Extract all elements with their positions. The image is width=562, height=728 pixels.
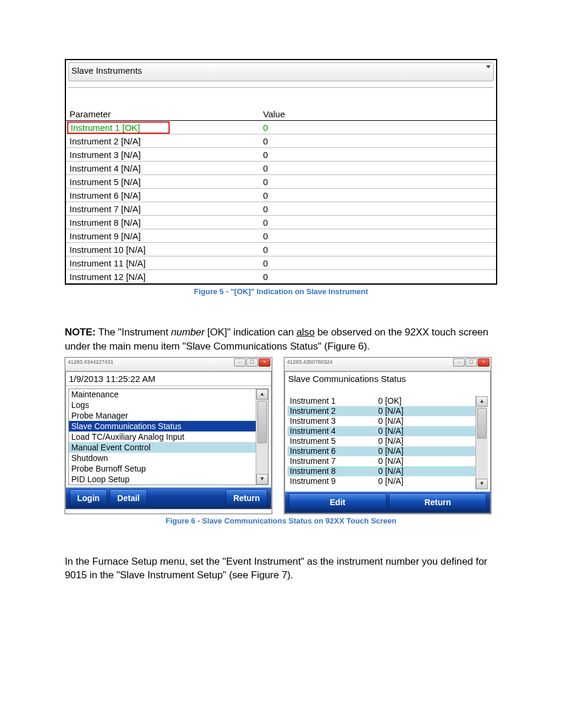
scroll-up-icon[interactable]: ▲ bbox=[256, 389, 268, 400]
edit-button[interactable]: Edit bbox=[289, 493, 386, 511]
login-button[interactable]: Login bbox=[70, 489, 107, 507]
scroll-down-icon[interactable]: ▼ bbox=[256, 474, 268, 485]
col-parameter: Parameter bbox=[66, 108, 260, 121]
table-row[interactable]: Instrument 8 [N/A]0 bbox=[66, 216, 496, 229]
table-row[interactable]: Instrument 5 [N/A]0 bbox=[66, 175, 496, 189]
figure5-panel: Slave Instruments Parameter Value Instru… bbox=[65, 59, 497, 285]
close-icon[interactable]: × bbox=[478, 358, 490, 367]
table-row[interactable]: Instrument 2 [N/A]0 bbox=[66, 134, 496, 148]
table-row[interactable]: Instrument 9 [N/A]0 bbox=[66, 229, 496, 243]
figure5-caption: Figure 5 - "[OK]" Indication on Slave In… bbox=[65, 287, 497, 296]
menu-item[interactable]: Probe Manager bbox=[69, 410, 256, 421]
list-item[interactable]: Instrument 50 [N/A] bbox=[287, 436, 476, 446]
window-titlebar[interactable]: 41283.4350780324 – ▢ × bbox=[285, 358, 491, 371]
detail-button[interactable]: Detail bbox=[110, 489, 147, 507]
table-row[interactable]: Instrument 3 [N/A]0 bbox=[66, 148, 496, 162]
col-value: Value bbox=[260, 108, 497, 121]
return-button[interactable]: Return bbox=[226, 489, 267, 507]
touchscreen-menu-window: 41283.4344227431 – ▢ × 1/9/2013 11:25:22… bbox=[65, 357, 272, 514]
chevron-down-icon bbox=[486, 65, 491, 68]
scroll-up-icon[interactable]: ▲ bbox=[476, 396, 488, 407]
menu-item[interactable]: PID Loop Setup bbox=[69, 474, 256, 485]
menu-item[interactable]: Slave Communications Status bbox=[69, 421, 256, 431]
return-button[interactable]: Return bbox=[389, 493, 487, 511]
list-item[interactable]: Instrument 60 [N/A] bbox=[287, 446, 476, 456]
table-row[interactable]: Instrument 1 [OK]0 bbox=[66, 121, 496, 134]
table-row[interactable]: Instrument 4 [N/A]0 bbox=[66, 162, 496, 175]
list-item[interactable]: Instrument 10 [OK] bbox=[287, 396, 476, 406]
spacer bbox=[68, 87, 494, 108]
list-item[interactable]: Instrument 90 [N/A] bbox=[287, 476, 476, 486]
minimize-icon[interactable]: – bbox=[234, 358, 246, 367]
table-row[interactable]: Instrument 6 [N/A]0 bbox=[66, 189, 496, 202]
furnace-setup-paragraph: In the Furnace Setup menu, set the "Even… bbox=[65, 555, 497, 583]
scrollbar[interactable]: ▲ ▼ bbox=[475, 396, 488, 489]
maximize-icon[interactable]: ▢ bbox=[246, 358, 258, 367]
list-item[interactable]: Instrument 20 [N/A] bbox=[287, 406, 476, 416]
table-row[interactable]: Instrument 7 [N/A]0 bbox=[66, 202, 496, 216]
timestamp: 1/9/2013 11:25:22 AM bbox=[66, 372, 271, 386]
menu-item[interactable]: Shutdown bbox=[69, 453, 256, 463]
list-item[interactable]: Instrument 40 [N/A] bbox=[287, 426, 476, 436]
scrollbar[interactable]: ▲ ▼ bbox=[256, 389, 268, 485]
scroll-thumb[interactable] bbox=[257, 401, 267, 443]
instrument-table: Parameter Value Instrument 1 [OK]0Instru… bbox=[66, 108, 496, 284]
scroll-down-icon[interactable]: ▼ bbox=[476, 479, 488, 489]
table-row[interactable]: Instrument 10 [N/A]0 bbox=[66, 243, 496, 256]
close-icon[interactable]: × bbox=[259, 358, 270, 367]
menu-item[interactable]: Manual Event Control bbox=[69, 442, 256, 453]
slave-instruments-dropdown[interactable]: Slave Instruments bbox=[68, 62, 494, 81]
highlighted-instrument: Instrument 1 [OK] bbox=[67, 121, 170, 134]
menu-item[interactable]: Probe Burnoff Setup bbox=[69, 463, 256, 474]
menu-item[interactable]: Load TC/Auxiliary Analog Input bbox=[69, 431, 256, 442]
list-item[interactable]: Instrument 70 [N/A] bbox=[287, 456, 476, 466]
minimize-icon[interactable]: – bbox=[453, 358, 465, 367]
figure6-caption: Figure 6 - Slave Communications Status o… bbox=[65, 516, 497, 525]
figure6-panels: 41283.4344227431 – ▢ × 1/9/2013 11:25:22… bbox=[65, 357, 497, 514]
note-paragraph: NOTE: The "Instrument number [OK]" indic… bbox=[65, 325, 497, 354]
window-id: 41283.4350780324 bbox=[287, 359, 333, 365]
list-item[interactable]: Instrument 80 [N/A] bbox=[287, 466, 476, 476]
table-row[interactable]: Instrument 12 [N/A]0 bbox=[66, 270, 496, 284]
panel-title: Slave Communications Status bbox=[285, 372, 490, 386]
dropdown-label: Slave Instruments bbox=[71, 65, 142, 75]
window-titlebar[interactable]: 41283.4344227431 – ▢ × bbox=[65, 358, 272, 371]
slave-comm-status-window: 41283.4350780324 – ▢ × Slave Communicati… bbox=[284, 357, 491, 514]
window-id: 41283.4344227431 bbox=[68, 359, 114, 365]
note-lead: NOTE: bbox=[65, 327, 95, 338]
list-item[interactable]: Instrument 30 [N/A] bbox=[287, 416, 476, 426]
maximize-icon[interactable]: ▢ bbox=[465, 358, 477, 367]
menu-item[interactable]: Logs bbox=[69, 400, 256, 410]
menu-item[interactable]: Maintenance bbox=[69, 389, 256, 400]
table-row[interactable]: Instrument 11 [N/A]0 bbox=[66, 256, 496, 270]
scroll-thumb[interactable] bbox=[477, 408, 487, 439]
